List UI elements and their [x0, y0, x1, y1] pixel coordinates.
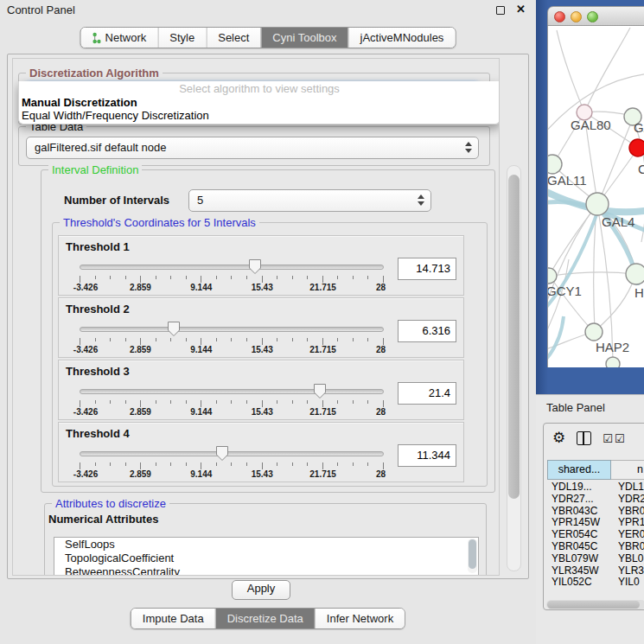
threshold-value-field[interactable]: 6.316 [398, 320, 456, 342]
svg-text:GAL4: GAL4 [602, 214, 634, 229]
attribute-item[interactable]: SelfLoops [54, 538, 478, 552]
close-icon[interactable]: ✕ [516, 3, 526, 16]
minimize-traffic-light[interactable] [571, 11, 582, 22]
panel-title: Control Panel [7, 3, 75, 16]
tab-label: Style [169, 28, 194, 48]
panel-vertical-scrollbar[interactable] [507, 165, 521, 571]
slider-tick-labels: -3.4262.8599.14415.4321.71528 [80, 407, 384, 418]
table-row[interactable]: YPR145WYPR1 [547, 517, 644, 529]
table-row[interactable]: YBL079WYBL0 [547, 553, 644, 565]
slider-ticks [80, 276, 384, 283]
threshold-label: Threshold 4 [66, 427, 130, 440]
group-title: Interval Definition [48, 163, 142, 176]
slider-thumb[interactable] [248, 258, 262, 275]
table-row[interactable]: YBR045CYBR0 [547, 541, 644, 553]
table-row[interactable]: YDL19...YDL1 [547, 481, 644, 494]
top-tab-bar: Network Style Select Cyni Toolbox jActiv… [80, 27, 456, 48]
float-panel-icon[interactable] [496, 6, 505, 15]
table-data-combobox[interactable]: galFiltered.sif default node [26, 137, 479, 159]
threshold-value-field[interactable]: 14.713 [398, 258, 456, 280]
table-data-group: Table Data galFiltered.sif default node [18, 126, 490, 166]
bottom-tab-bar: Impute Data Discretize Data Infer Networ… [131, 608, 405, 629]
svg-text:GA: GA [634, 120, 644, 135]
tab-select[interactable]: Select [206, 28, 260, 48]
network-node-gal11[interactable] [548, 155, 562, 174]
threshold-slider[interactable]: -3.4262.8599.14415.4321.71528 [80, 321, 384, 354]
apply-button[interactable]: Apply [232, 580, 290, 600]
slider-tick-labels: -3.4262.8599.14415.4321.71528 [80, 283, 384, 293]
table-row[interactable]: YIL052CYIL0 [547, 577, 644, 589]
slider-tick-labels: -3.4262.8599.14415.4321.71528 [80, 469, 384, 480]
tab-network[interactable]: Network [81, 28, 158, 48]
dropdown-hint: Select algorithm to view settings [19, 81, 500, 96]
table-row[interactable]: YER054CYER0 [547, 529, 644, 541]
cyni-content-frame: Discretization Algorithm Select algorith… [7, 54, 529, 579]
slider-tick-labels: -3.4262.8599.14415.4321.71528 [80, 345, 384, 355]
slider-thumb[interactable] [215, 445, 229, 462]
dropdown-option-manual[interactable]: Manual Discretization [19, 96, 500, 109]
num-intervals-combobox[interactable]: 5 [188, 189, 431, 212]
network-canvas[interactable]: GAL80 GA C GAL11 GAL4 GCY1 H HAP2 [547, 26, 644, 367]
slider-ticks [80, 400, 384, 407]
network-node-red[interactable] [629, 139, 644, 156]
attributes-scrollbar[interactable] [468, 539, 477, 573]
table-header-row: shared... n [547, 460, 644, 480]
tab-label: Infer Network [327, 609, 393, 628]
threshold-label: Threshold 3 [66, 365, 130, 378]
threshold-panel-4: Threshold 4 -3.4262.8599.14415.4321.7152… [58, 422, 464, 482]
table-horizontal-scrollbar[interactable] [546, 600, 644, 609]
combo-arrows-icon [464, 141, 472, 154]
threshold-value-field[interactable]: 21.4 [398, 382, 456, 405]
tab-label: Impute Data [143, 609, 204, 628]
dropdown-option-equal-width[interactable]: Equal Width/Frequency Discretization [19, 109, 500, 122]
slider-track[interactable] [80, 451, 384, 456]
network-icon [92, 32, 101, 44]
threshold-slider[interactable]: -3.4262.8599.14415.4321.71528 [80, 445, 384, 478]
table-data-value: galFiltered.sif default node [35, 141, 166, 154]
network-node-gcy1[interactable] [548, 268, 557, 284]
column-header-shared-name[interactable]: shared... [547, 460, 611, 480]
deselect-all-checkbox-icon[interactable]: ☑ [615, 432, 625, 445]
tab-label: Select [218, 28, 249, 48]
svg-text:GAL11: GAL11 [548, 173, 587, 188]
attribute-item[interactable]: TopologicalCoefficient [54, 552, 478, 565]
threshold-slider[interactable]: -3.4262.8599.14415.4321.71528 [80, 383, 384, 416]
tab-label: Cyni Toolbox [272, 28, 336, 48]
settings-gear-icon[interactable]: ⚙ [552, 430, 565, 447]
slider-track[interactable] [80, 327, 384, 332]
tab-jactivemnodules[interactable]: jActiveMNodules [348, 28, 456, 48]
algorithm-dropdown-popup: Select algorithm to view settings Manual… [18, 81, 500, 124]
tab-impute-data[interactable]: Impute Data [131, 609, 215, 628]
slider-thumb[interactable] [167, 321, 181, 337]
table-row[interactable]: YLR345WYLR3 [547, 565, 644, 577]
select-all-checkbox-icon[interactable]: ☑ [603, 432, 613, 445]
tab-discretize-data[interactable]: Discretize Data [215, 609, 315, 628]
slider-track[interactable] [80, 389, 384, 394]
threshold-value-field[interactable]: 11.344 [398, 444, 456, 467]
column-view-icon[interactable] [577, 431, 591, 445]
table-row[interactable]: YDR27...YDR2 [547, 494, 644, 506]
network-node[interactable] [626, 264, 644, 284]
control-panel-titlebar: Control Panel ✕ [0, 0, 536, 21]
table-panel-title: Table Panel [546, 401, 605, 414]
slider-track[interactable] [80, 265, 384, 270]
tab-cyni-toolbox[interactable]: Cyni Toolbox [260, 28, 348, 48]
tab-infer-network[interactable]: Infer Network [315, 609, 405, 628]
table-row[interactable]: YBR043CYBR0 [547, 506, 644, 518]
threshold-slider[interactable]: -3.4262.8599.14415.4321.71528 [80, 258, 384, 291]
network-window-titlebar[interactable] [547, 6, 644, 26]
network-node-gal4[interactable] [586, 193, 609, 215]
svg-text:HAP2: HAP2 [596, 340, 629, 354]
svg-text:GCY1: GCY1 [548, 284, 582, 298]
attribute-item[interactable]: BetweennessCentrality [54, 565, 478, 576]
svg-text:H: H [634, 285, 644, 300]
network-node-hap2[interactable] [585, 323, 603, 341]
network-node[interactable] [606, 357, 620, 367]
close-traffic-light[interactable] [554, 11, 565, 22]
threshold-panel-2: Threshold 2 -3.4262.8599.14415.4321.7152… [58, 297, 464, 358]
tab-style[interactable]: Style [157, 28, 206, 48]
zoom-traffic-light[interactable] [587, 11, 598, 22]
attributes-listbox[interactable]: SelfLoops TopologicalCoefficient Between… [54, 537, 479, 576]
slider-thumb[interactable] [313, 383, 327, 399]
column-header-name[interactable]: n [611, 460, 644, 480]
